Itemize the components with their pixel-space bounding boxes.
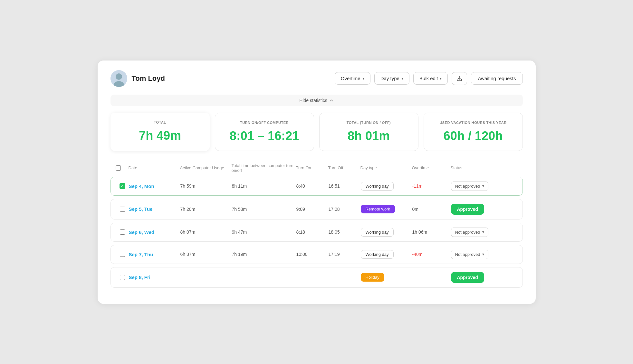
row-active-usage: 6h 37m [180,252,232,257]
chevron-up-icon [329,98,334,103]
row-turn-on: 8:40 [296,183,329,189]
row-checkbox-wrap [116,275,129,280]
stat-value-vacation: 60h / 120h [430,129,516,143]
th-checkbox [116,163,129,173]
row-date[interactable]: Sep 6, Wed [129,229,180,235]
row-turn-off: 16:51 [329,183,361,189]
checked-icon[interactable]: ✓ [120,183,125,189]
table-row: Sep 7, Thu 6h 37m 7h 19m 10:00 17:19 Wor… [110,245,523,264]
row-active-usage: 7h 59m [180,183,232,189]
th-overtime: Overtime [412,163,451,173]
stat-label-total: TOTAL [117,120,203,124]
th-day-type: Day type [360,163,412,173]
row-total-time: 9h 47m [232,229,296,235]
row-turn-off: 17:19 [329,252,361,257]
row-status: Approved [451,204,503,215]
bulk-edit-button[interactable]: Bulk edit ▾ [413,72,448,85]
chevron-down-icon: ▾ [482,252,484,257]
row-active-usage: 7h 20m [180,207,232,212]
row-turn-off: 18:05 [329,229,361,235]
day-type-badge-remote: Remote work [361,205,395,213]
row-checkbox[interactable] [120,207,125,212]
row-checkbox[interactable] [120,252,125,257]
row-day-type: Working day [361,250,412,259]
status-dropdown-button[interactable]: Not approved ▾ [451,250,488,259]
stats-row: TOTAL 7h 49m TURN ON/OFF COMPUTER 8:01 –… [110,113,523,151]
stat-label-vacation: USED VACATION HOURS THIS YEAR [430,121,516,125]
row-checkbox[interactable] [120,275,125,280]
row-checkbox-wrap [116,207,129,212]
overtime-button[interactable]: Overtime ▾ [335,72,370,85]
svg-point-1 [116,73,122,80]
row-checkbox-wrap [116,252,129,257]
row-total-time: 8h 11m [232,183,296,189]
row-total-time: 7h 19m [232,252,296,257]
stat-value-computer: 8:01 – 16:21 [222,129,307,143]
day-type-badge-holiday: Holiday [361,273,384,282]
stat-card-total-turn: TOTAL (TURN ON / OFF) 8h 01m [319,113,418,151]
table-container: Date Active Computer Usage Total time be… [110,161,523,288]
row-status: Not approved ▾ [451,250,503,259]
row-checkbox-wrap: ✓ [116,183,129,189]
row-overtime: -11m [412,183,451,189]
avatar [110,70,127,87]
row-turn-on: 10:00 [296,252,329,257]
user-name: Tom Loyd [132,74,165,83]
awaiting-requests-button[interactable]: Awaiting requests [471,72,523,85]
th-turn-off: Turn Off [328,163,360,173]
row-overtime: -40m [412,252,451,257]
row-day-type: Working day [361,182,412,191]
status-dropdown-button[interactable]: Not approved ▾ [451,228,488,237]
row-turn-on: 9:09 [296,207,329,212]
main-card: Tom Loyd Overtime ▾ Day type ▾ Bulk edit… [98,61,536,304]
row-active-usage: 8h 07m [180,229,232,235]
download-icon [456,76,462,81]
table-row: ✓ Sep 4, Mon 7h 59m 8h 11m 8:40 16:51 Wo… [110,177,523,196]
row-day-type: Remote work [361,205,412,213]
status-dropdown-button[interactable]: Not approved ▾ [451,182,488,191]
row-checkbox-wrap [116,229,129,235]
stat-card-vacation: USED VACATION HOURS THIS YEAR 60h / 120h [424,113,523,151]
stat-value-total: 7h 49m [117,129,203,143]
row-date[interactable]: Sep 8, Fri [129,275,180,280]
row-status: Not approved ▾ [451,228,503,237]
stat-value-total-turn: 8h 01m [326,129,412,143]
download-button[interactable] [452,72,467,85]
row-turn-on: 8:18 [296,229,329,235]
header: Tom Loyd Overtime ▾ Day type ▾ Bulk edit… [110,70,523,87]
stat-label-computer: TURN ON/OFF COMPUTER [222,121,307,125]
header-actions: Overtime ▾ Day type ▾ Bulk edit ▾ Awaiti… [335,72,523,85]
day-type-button[interactable]: Day type ▾ [374,72,409,85]
th-total-time: Total time between computer turn on/off [232,163,296,173]
row-total-time: 7h 58m [232,207,296,212]
th-turn-on: Turn On [296,163,328,173]
day-type-badge: Working day [361,250,394,259]
row-date[interactable]: Sep 4, Mon [129,183,180,189]
table-header: Date Active Computer Usage Total time be… [110,161,523,175]
day-type-badge: Working day [361,182,394,191]
row-checkbox[interactable] [120,229,125,235]
table-row: Sep 8, Fri Holiday Approved [110,267,523,288]
row-date[interactable]: Sep 5, Tue [129,206,180,212]
row-day-type: Holiday [361,273,412,282]
th-status: Status [451,163,502,173]
th-date: Date [129,163,180,173]
chevron-down-icon: ▾ [440,76,442,81]
row-overtime: 0m [412,207,451,212]
status-approved-button[interactable]: Approved [451,204,484,215]
user-info: Tom Loyd [110,70,165,87]
table-row: Sep 5, Tue 7h 20m 7h 58m 9:09 17:08 Remo… [110,199,523,219]
row-turn-off: 17:08 [329,207,361,212]
hide-statistics-bar[interactable]: Hide statistics [110,95,523,106]
row-date[interactable]: Sep 7, Thu [129,252,180,257]
stat-label-total-turn: TOTAL (TURN ON / OFF) [326,121,412,125]
stat-card-computer: TURN ON/OFF COMPUTER 8:01 – 16:21 [215,113,314,151]
chevron-down-icon: ▾ [362,76,364,81]
table-row: Sep 6, Wed 8h 07m 9h 47m 8:18 18:05 Work… [110,223,523,242]
row-status: Not approved ▾ [451,182,503,191]
row-status: Approved [451,272,503,283]
row-overtime: 1h 06m [412,229,451,235]
th-active-usage: Active Computer Usage [180,163,232,173]
status-approved-button[interactable]: Approved [451,272,484,283]
select-all-checkbox[interactable] [116,165,121,171]
